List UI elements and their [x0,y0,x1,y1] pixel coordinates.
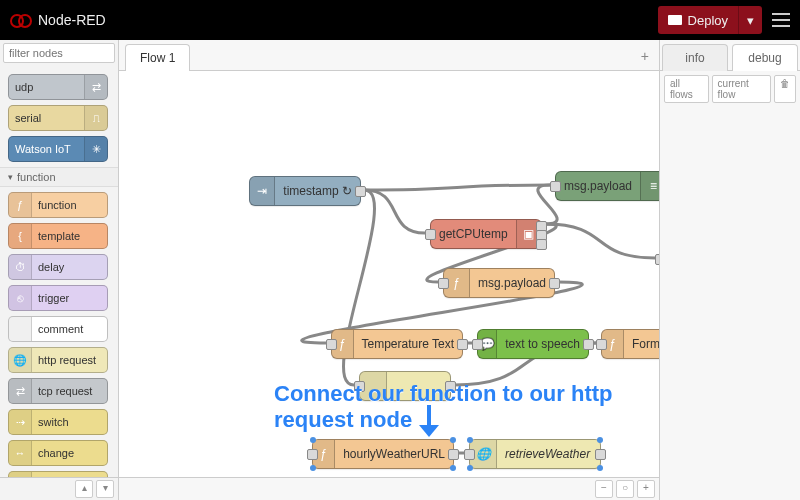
workspace-footer: − ○ + [119,477,659,500]
app-logo: Node-RED [10,12,106,28]
sidebar-tab-debug[interactable]: debug [732,44,798,71]
palette-footer: ▴ ▾ [0,477,118,500]
node-label: msg.payload [556,179,640,193]
input-port[interactable] [326,339,337,350]
flow-node-func2[interactable]: ƒTemperature Text [331,329,463,359]
input-port[interactable] [425,229,436,240]
output-port[interactable] [448,449,459,460]
input-port[interactable] [307,449,318,460]
zoom-reset-button[interactable]: ○ [616,480,634,498]
deploy-icon [668,15,682,25]
logo-icon [10,14,32,26]
palette-node-http-request[interactable]: 🌐http request [8,347,108,373]
palette-node-delay[interactable]: ⏱delay [8,254,108,280]
palette-node-template[interactable]: {template [8,223,108,249]
flow-node-func1[interactable]: ƒmsg.payload [443,268,555,298]
workspace-tabs: Flow 1 + [119,40,659,71]
palette: udp⇄serial⎍Watson IoT✳▾functionƒfunction… [0,40,119,500]
input-port[interactable] [550,181,561,192]
palette-node-watson-iot[interactable]: Watson IoT✳ [8,136,108,162]
node-label: Format Speech [624,337,659,351]
search-input[interactable] [3,43,115,63]
deploy-label: Deploy [688,13,728,28]
palette-collapse-button[interactable]: ▴ [75,480,93,498]
output-port[interactable] [457,339,468,350]
input-port[interactable] [438,278,449,289]
annotation-text: Connect our function to our http request… [274,381,659,433]
palette-node-switch[interactable]: ⇢switch [8,409,108,435]
node-label: getCPUtemp [431,227,516,241]
zoom-out-button[interactable]: − [595,480,613,498]
flow-node-exec[interactable]: getCPUtemp▣ [430,219,542,249]
menu-button[interactable] [772,13,790,27]
input-port[interactable] [596,339,607,350]
workspace: Flow 1 + ⇥timestamp ↻msg.payload≡getCPUt… [119,40,659,500]
output-port[interactable] [549,278,560,289]
node-label: timestamp ↻ [275,184,360,198]
app-title: Node-RED [38,12,106,28]
palette-node-comment[interactable]: comment [8,316,108,342]
debug-all-flows-button[interactable]: all flows [664,75,709,103]
zoom-in-button[interactable]: + [637,480,655,498]
palette-search [0,40,118,66]
flow-node-func4[interactable]: ƒhourlyWeatherURL [312,439,454,469]
node-label: hourlyWeatherURL [335,447,453,461]
palette-node-udp[interactable]: udp⇄ [8,74,108,100]
palette-node-function[interactable]: ƒfunction [8,192,108,218]
output-port[interactable] [355,186,366,197]
flow-node-func3[interactable]: ƒFormat Speech [601,329,659,359]
node-label: msg.payload [470,276,554,290]
flow-node-http[interactable]: 🌐retrieveWeather [469,439,601,469]
output-port[interactable] [583,339,594,350]
debug-toolbar: all flows current flow 🗑 [660,71,800,107]
app-header: Node-RED Deploy ▾ [0,0,800,40]
debug-clear-button[interactable]: 🗑 [774,75,796,103]
palette-node-trigger[interactable]: ⎋trigger [8,285,108,311]
node-icon: ≡ [640,172,659,200]
sidebar-tabs: info debug [660,40,800,71]
input-port[interactable] [464,449,475,460]
palette-node-serial[interactable]: serial⎍ [8,105,108,131]
debug-current-flow-button[interactable]: current flow [712,75,771,103]
sidebar: info debug all flows current flow 🗑 [659,40,800,500]
deploy-button[interactable]: Deploy ▾ [658,6,762,34]
node-label: retrieveWeather [497,447,598,461]
input-port[interactable] [655,254,659,265]
annotation-arrow-icon [409,403,449,443]
palette-node-change[interactable]: ↔change [8,440,108,466]
node-label: text to speech [497,337,588,351]
palette-node-tcp-request[interactable]: ⇄tcp request [8,378,108,404]
flow-canvas[interactable]: ⇥timestamp ↻msg.payload≡getCPUtemp▣event… [119,71,659,477]
palette-category-function[interactable]: ▾function [0,167,118,187]
add-tab-button[interactable]: + [631,42,659,70]
input-port[interactable] [472,339,483,350]
palette-node-range[interactable]: ↕range [8,471,108,477]
sidebar-tab-info[interactable]: info [662,44,728,71]
flow-node-tts[interactable]: 💬text to speech [477,329,589,359]
flow-node-debug[interactable]: msg.payload≡ [555,171,659,201]
output-port-3[interactable] [536,239,547,250]
palette-expand-button[interactable]: ▾ [96,480,114,498]
node-label: Temperature Text [354,337,463,351]
node-icon: ⇥ [250,177,275,205]
output-port[interactable] [595,449,606,460]
flow-tab[interactable]: Flow 1 [125,44,190,71]
deploy-caret[interactable]: ▾ [738,6,762,34]
flow-node-timestamp[interactable]: ⇥timestamp ↻ [249,176,361,206]
